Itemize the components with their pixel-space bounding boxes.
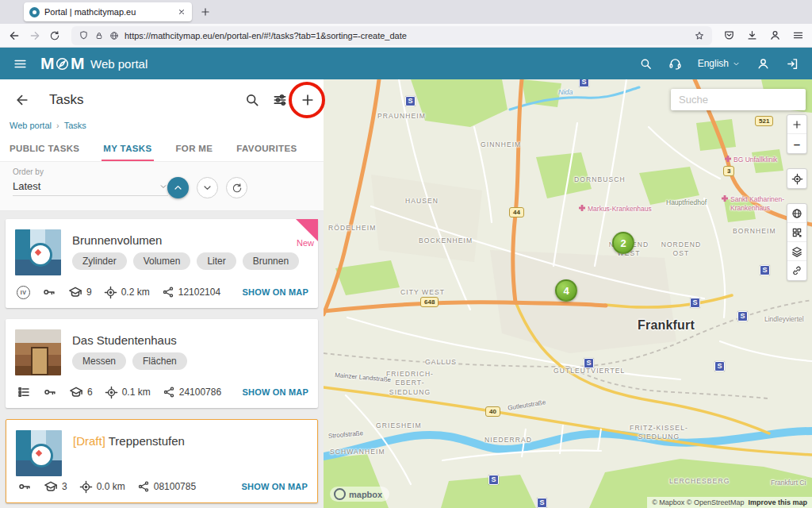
map-search-input[interactable] [671, 89, 806, 110]
breadcrumb-current-link[interactable]: Tasks [64, 121, 86, 130]
back-arrow-icon[interactable] [14, 92, 30, 108]
browser-tab[interactable]: Portal | mathcitymap.eu [24, 2, 192, 21]
district-label: DORNBUSCH [574, 175, 626, 183]
pocket-icon[interactable] [723, 29, 735, 41]
search-tasks-button[interactable] [244, 92, 260, 108]
reload-button[interactable] [49, 30, 60, 41]
sort-ascending-button[interactable] [167, 177, 189, 198]
lock-icon[interactable] [94, 31, 104, 40]
breadcrumb: Web portal › Tasks [0, 121, 324, 135]
task-title: [Draft] Treppenstufen [73, 434, 185, 448]
tab-my-tasks[interactable]: MY TASKS [102, 135, 153, 161]
compass-icon [55, 56, 70, 71]
sbahn-icon: S [405, 96, 416, 106]
globe-button[interactable] [787, 204, 806, 223]
show-on-map-link[interactable]: SHOW ON MAP [243, 287, 308, 297]
map[interactable]: Nida PRAUNHEIM GINNHEIM DORNBUSCH HAUSEN… [324, 79, 812, 508]
tab-strip: Portal | mathcitymap.eu [0, 0, 812, 24]
tracking-shield-icon[interactable] [79, 30, 89, 40]
share-icon [163, 386, 175, 398]
downloads-icon[interactable] [746, 29, 758, 41]
tab-favourites[interactable]: FAVOURITES [235, 135, 298, 161]
task-cluster-marker[interactable]: 2 [612, 232, 634, 254]
tab-public-tasks[interactable]: PUBLIC TASKS [8, 135, 81, 161]
refresh-button[interactable] [226, 177, 247, 198]
url-text: https://mathcitymap.eu/en/portal-en/#!/t… [124, 31, 688, 40]
show-on-map-link[interactable]: SHOW ON MAP [243, 387, 308, 397]
profile-icon[interactable] [756, 57, 770, 71]
tasks-panel: Tasks Web portal › Tasks PUBLIC TASKS MY… [0, 79, 324, 508]
task-list-icon [17, 385, 31, 399]
task-card[interactable]: Brunnenvolumen New Zylinder Volumen Lite… [6, 219, 318, 308]
sort-descending-button[interactable] [197, 177, 218, 198]
nav-back-button[interactable] [8, 29, 21, 42]
order-by-label: Order by [13, 167, 311, 176]
district-label: BOCKENHEIM [419, 237, 473, 244]
tag: Messen [72, 352, 126, 370]
new-tab-button[interactable] [200, 6, 211, 17]
task-card-draft[interactable]: [Draft] Treppenstufen 3 0.0 km 08100785 … [6, 419, 318, 503]
layers-button[interactable] [787, 242, 806, 261]
task-cluster-marker[interactable]: 4 [555, 279, 577, 302]
breadcrumb-separator: › [56, 121, 59, 130]
language-label: English [698, 58, 729, 69]
zoom-out-button[interactable]: – [787, 134, 806, 153]
header-search-icon[interactable] [639, 57, 653, 71]
zoom-in-button[interactable] [787, 115, 806, 134]
bookmark-star-icon[interactable] [694, 30, 705, 41]
city-label: Frankfurt [638, 318, 695, 333]
filter-button[interactable] [272, 92, 288, 108]
area-label: Frankfurt Ci [771, 479, 806, 487]
gps-icon [105, 386, 118, 399]
task-thumbnail [15, 229, 61, 275]
language-selector[interactable]: English [698, 58, 741, 69]
order-select[interactable]: Latest [13, 176, 168, 196]
logout-icon[interactable] [786, 57, 799, 71]
task-list: Brunnenvolumen New Zylinder Volumen Lite… [0, 211, 324, 508]
sbahn-icon: S [579, 79, 589, 87]
district-label: CITY WEST [400, 288, 445, 296]
hamburger-menu-icon[interactable] [13, 56, 28, 71]
breadcrumb-home-link[interactable]: Web portal [10, 121, 52, 130]
task-meta: IV 9 0.2 km 12102104 SHOW ON MAP [17, 285, 308, 299]
attribution-text: © Mapbox © OpenStreetMap [652, 498, 744, 506]
district-label: GINNHEIM [481, 140, 521, 148]
hospital-icon [579, 205, 585, 211]
task-code: 08100785 [154, 481, 196, 492]
district-label: BORNHEIM [733, 227, 776, 235]
task-thumbnail [16, 430, 62, 476]
sbahn-icon: S [584, 358, 594, 368]
nav-forward-button[interactable] [29, 29, 41, 42]
improve-map-link[interactable]: Improve this map [748, 498, 807, 506]
hospital-label: Sankt Katharinen-Krankenhaus [722, 195, 795, 213]
permissions-globe-icon[interactable] [109, 31, 119, 40]
add-task-button[interactable] [300, 92, 316, 108]
contact-icon[interactable] [668, 57, 682, 71]
share-link-button[interactable] [787, 261, 806, 280]
distance-value: 0.2 km [121, 287, 150, 298]
app-header: M M Web portal English [0, 48, 812, 79]
mcm-logo[interactable]: M M [40, 54, 84, 73]
geolocate-button[interactable] [787, 169, 806, 188]
tab-for-me[interactable]: FOR ME [174, 135, 215, 161]
mapbox-logo[interactable]: mapbox [330, 487, 389, 502]
tab-close-icon[interactable] [175, 6, 189, 19]
account-icon[interactable] [769, 29, 781, 41]
grade-value: 6 [87, 387, 93, 398]
sbahn-icon: S [537, 498, 547, 508]
show-on-map-link[interactable]: SHOW ON MAP [242, 482, 308, 491]
road-shield: 40 [485, 406, 500, 417]
grid-button[interactable] [787, 223, 806, 242]
url-bar[interactable]: https://mathcitymap.eu/en/portal-en/#!/t… [71, 26, 712, 45]
minus-icon: – [794, 138, 800, 150]
task-card[interactable]: Das Studentenhaus Messen Flächen 6 0.1 k… [6, 319, 318, 408]
difficulty-badge: IV [17, 286, 30, 299]
task-tabs: PUBLIC TASKS MY TASKS FOR ME FAVOURITES [0, 135, 324, 162]
logo-letter: M [40, 54, 54, 73]
grade-value: 9 [86, 287, 92, 298]
district-label: LERCHESBERG [669, 477, 730, 485]
menu-icon[interactable] [792, 29, 804, 41]
distance-value: 0.1 km [122, 387, 151, 398]
district-label: NORDEND OST [660, 241, 703, 259]
task-code: 12102104 [178, 287, 220, 298]
